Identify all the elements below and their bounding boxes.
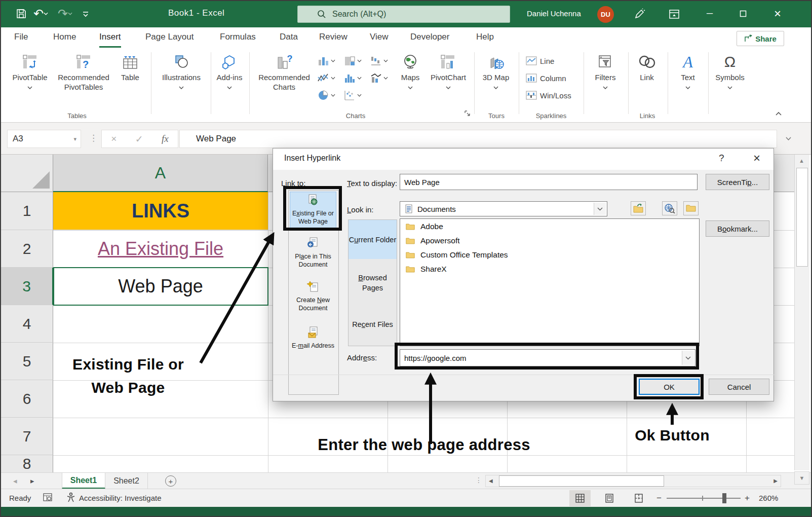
sheet-tab-sheet2[interactable]: Sheet2: [105, 473, 148, 489]
tab-file[interactable]: File: [14, 32, 28, 46]
place-current-folder[interactable]: Current Folder: [349, 220, 397, 259]
row-header-6[interactable]: 6: [1, 380, 53, 418]
sidebar-item-place-in-document[interactable]: Place in This Document: [290, 234, 336, 275]
zoom-slider-track[interactable]: [667, 498, 741, 499]
sparkline-line-button[interactable]: Line: [526, 54, 554, 67]
scroll-right-icon[interactable]: ▶: [774, 478, 778, 484]
insert-pie-chart-button[interactable]: [317, 89, 337, 102]
cell-a3-selected[interactable]: Web Page: [53, 268, 268, 305]
insert-waterfall-chart-button[interactable]: [370, 54, 390, 67]
dialog-title-bar[interactable]: Insert Hyperlink ? ×: [273, 149, 774, 170]
row-header-4[interactable]: 4: [1, 305, 53, 343]
zoom-out-button[interactable]: −: [656, 493, 662, 503]
zoom-in-button[interactable]: +: [745, 493, 750, 503]
row-header-8[interactable]: 8: [1, 455, 53, 472]
drag-dots-icon[interactable]: ⋮: [89, 133, 98, 143]
normal-view-button[interactable]: [569, 490, 591, 506]
cancel-button[interactable]: Cancel: [709, 379, 769, 395]
insert-scatter-chart-button[interactable]: [343, 89, 364, 102]
accessibility-icon[interactable]: [66, 492, 76, 505]
tab-home[interactable]: Home: [53, 32, 76, 46]
sidebar-item-email-address[interactable]: E-mail Address: [290, 323, 336, 356]
text-button[interactable]: A Text: [673, 52, 703, 110]
tab-data[interactable]: Data: [280, 32, 298, 46]
dialog-close-button[interactable]: ×: [753, 151, 760, 165]
row-header-3[interactable]: 3: [1, 268, 53, 305]
redo-button[interactable]: ↷: [58, 7, 72, 21]
pivotchart-button[interactable]: PivotChart: [424, 52, 472, 110]
save-icon[interactable]: [15, 8, 27, 22]
cell-a1[interactable]: LINKS: [53, 192, 268, 230]
page-break-view-button[interactable]: [628, 490, 649, 506]
recommended-pivottables-button[interactable]: ? Recommended PivotTables: [53, 52, 114, 110]
confirm-entry-icon[interactable]: ✓: [135, 133, 143, 145]
scroll-down-button[interactable]: ▼: [794, 471, 809, 485]
look-in-dropdown-icon[interactable]: [594, 203, 606, 215]
insert-column-chart-button[interactable]: [317, 54, 337, 67]
avatar[interactable]: DU: [597, 6, 614, 23]
horizontal-scroll-thumb[interactable]: [499, 475, 664, 487]
insert-combo-chart-button[interactable]: [370, 71, 390, 85]
tab-page-layout[interactable]: Page Layout: [145, 32, 194, 46]
folder-item[interactable]: Adobe: [405, 222, 443, 231]
sparkline-column-button[interactable]: Column: [526, 71, 566, 85]
splitter-dots-icon[interactable]: ⋮: [475, 476, 482, 484]
file-list[interactable]: Adobe Apowersoft Custom Office Templates…: [400, 218, 700, 346]
customize-qat-icon[interactable]: [82, 10, 89, 19]
horizontal-scrollbar[interactable]: ◀ ▶: [485, 475, 781, 487]
tab-scroll-right-icon[interactable]: ▸: [30, 476, 34, 486]
scroll-left-icon[interactable]: ◀: [489, 478, 493, 484]
insert-line-chart-button[interactable]: [317, 71, 337, 85]
link-button[interactable]: Link: [632, 52, 662, 110]
undo-button[interactable]: ↶: [33, 7, 48, 21]
tab-view[interactable]: View: [370, 32, 389, 46]
three-d-map-button[interactable]: 3D Map: [479, 52, 513, 110]
browse-web-button[interactable]: [662, 201, 677, 215]
page-layout-view-button[interactable]: [599, 490, 620, 506]
symbols-button[interactable]: Ω Symbols: [712, 52, 748, 110]
ribbon-display-options-icon[interactable]: [669, 9, 680, 22]
inking-pen-icon[interactable]: [633, 8, 645, 22]
sidebar-item-create-new-document[interactable]: Create New Document: [290, 278, 336, 318]
add-ins-button[interactable]: Add-ins: [214, 52, 245, 110]
status-accessibility[interactable]: Accessibility: Investigate: [79, 494, 162, 502]
browse-file-button[interactable]: [683, 201, 699, 215]
look-in-combobox[interactable]: Documents: [400, 201, 607, 216]
row-header-5[interactable]: 5: [1, 343, 53, 380]
sparkline-winloss-button[interactable]: Win/Loss: [526, 89, 571, 102]
row-header-1[interactable]: 1: [1, 192, 53, 230]
cell-a2-hyperlink[interactable]: An Existing File: [53, 230, 268, 268]
macro-record-icon[interactable]: [43, 493, 53, 504]
text-to-display-input[interactable]: Web Page: [400, 174, 698, 190]
folder-item[interactable]: ShareX: [405, 265, 447, 274]
sheet-tab-sheet1[interactable]: Sheet1: [62, 473, 105, 489]
illustrations-button[interactable]: Illustrations: [156, 52, 207, 110]
select-all-corner[interactable]: [1, 155, 53, 192]
name-box-chevron-icon[interactable]: ▾: [73, 136, 76, 142]
folder-item[interactable]: Apowersoft: [405, 236, 460, 245]
row-header-7[interactable]: 7: [1, 418, 53, 455]
up-one-folder-button[interactable]: [631, 201, 646, 215]
collapse-ribbon-icon[interactable]: [775, 109, 782, 118]
row-header-2[interactable]: 2: [1, 230, 53, 268]
tab-help[interactable]: Help: [476, 32, 494, 46]
scroll-up-icon[interactable]: ▲: [799, 158, 804, 164]
tab-developer[interactable]: Developer: [410, 32, 450, 46]
pivottable-button[interactable]: PivotTable: [8, 52, 52, 110]
folder-item[interactable]: Custom Office Templates: [405, 250, 508, 260]
formula-input[interactable]: Web Page: [179, 130, 777, 148]
filters-button[interactable]: Filters: [589, 52, 622, 110]
tab-insert[interactable]: Insert: [99, 32, 121, 48]
tab-scroll-left-icon[interactable]: ◂: [13, 476, 17, 486]
expand-formula-bar-icon[interactable]: [785, 134, 792, 143]
bookmark-button[interactable]: Bookmark...: [706, 220, 769, 237]
minimize-button[interactable]: ─: [701, 6, 718, 21]
maps-button[interactable]: Maps: [397, 52, 423, 110]
zoom-slider-handle[interactable]: [722, 493, 726, 503]
dialog-help-button[interactable]: ?: [719, 153, 724, 164]
tab-formulas[interactable]: Formulas: [220, 32, 256, 46]
user-name[interactable]: Daniel Uchenna: [527, 9, 581, 18]
vertical-scrollbar[interactable]: ▲: [794, 155, 809, 470]
place-recent-files[interactable]: Recent Files: [349, 319, 397, 329]
screentip-button[interactable]: ScreenTip...: [706, 174, 769, 190]
